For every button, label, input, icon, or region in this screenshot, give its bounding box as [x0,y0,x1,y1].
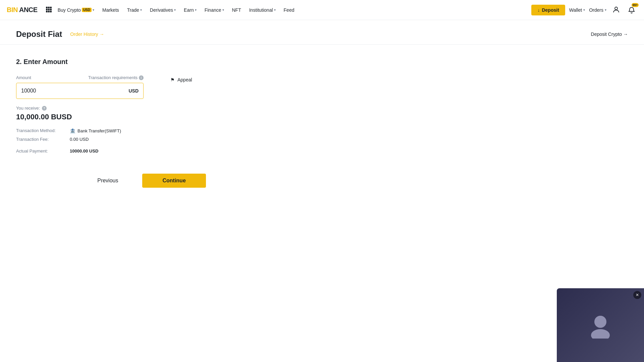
section-title: 2. Enter Amount [16,58,286,66]
svg-rect-4 [48,9,50,10]
chevron-down-icon: ▾ [195,8,197,12]
svg-point-9 [615,7,618,10]
receive-amount: 10,000.00 BUSD [16,113,144,121]
svg-rect-1 [48,7,50,8]
chevron-down-icon: ▾ [174,8,176,12]
svg-rect-2 [50,7,52,8]
actual-payment-row: Actual Payment: 10000.00 USD [16,148,144,154]
tx-details: Transaction Method: 🏦 Bank Transfer(SWIF… [16,128,144,154]
appeal-icon: ⚑ [170,77,175,82]
tx-requirements[interactable]: Transaction requirements i [88,75,144,80]
continue-button[interactable]: Continue [142,174,206,188]
page-title-row: Deposit Fiat Order History → [16,29,104,39]
nav-nft[interactable]: NFT [229,5,245,15]
page-title: Deposit Fiat [16,29,62,39]
chevron-down-icon: ▾ [140,8,142,12]
you-receive-row: You receive: ? [16,106,144,111]
actual-payment-label: Actual Payment: [16,148,70,154]
order-history-link[interactable]: Order History → [70,32,104,37]
swift-icon: 🏦 [70,128,75,133]
nav-markets[interactable]: Markets [99,5,122,15]
profile-button[interactable] [610,4,622,16]
chevron-down-icon: ▾ [274,8,276,12]
chevron-down-icon: ▾ [93,8,94,12]
navbar: BINANCE Buy Crypto USD ▾ Markets Trade ▾ [0,0,644,20]
tx-fee-label: Transaction Fee: [16,137,70,142]
notification-button[interactable]: 99+ [626,4,637,16]
nav-earn[interactable]: Earn ▾ [180,5,200,15]
nav-orders[interactable]: Orders ▾ [589,7,606,13]
receive-info-icon: ? [42,106,47,111]
chevron-down-icon: ▾ [605,8,606,12]
field-header: Amount Transaction requirements i [16,75,144,80]
amount-label: Amount [16,75,31,80]
svg-rect-3 [46,9,48,10]
nav-items: Buy Crypto USD ▾ Markets Trade ▾ Derivat… [54,5,532,15]
svg-rect-6 [46,11,48,12]
deposit-button[interactable]: ↓ Deposit [531,5,565,15]
nav-finance[interactable]: Finance ▾ [201,5,227,15]
nav-institutional[interactable]: Institutional ▾ [246,5,279,15]
svg-rect-7 [48,11,50,12]
amount-input-wrap[interactable]: USD [16,83,144,99]
nav-derivatives[interactable]: Derivatives ▾ [147,5,179,15]
chevron-down-icon: ▾ [222,8,224,12]
appeal-section: ⚑ Appeal [170,75,192,84]
form-area: Amount Transaction requirements i USD Yo… [16,75,286,154]
amount-input[interactable] [21,88,128,94]
tx-method-row: Transaction Method: 🏦 Bank Transfer(SWIF… [16,128,144,133]
actual-payment-value: 10000.00 USD [70,148,98,154]
button-row: Previous Continue [16,174,271,188]
nav-buy-crypto[interactable]: Buy Crypto USD ▾ [54,5,98,15]
svg-rect-0 [46,7,48,8]
logo[interactable]: BINANCE [7,6,38,14]
tx-method-value: 🏦 Bank Transfer(SWIFT) [70,128,121,133]
nav-feed[interactable]: Feed [280,5,298,15]
chevron-down-icon: ▾ [583,8,585,12]
deposit-icon: ↓ [537,7,540,13]
nav-trade[interactable]: Trade ▾ [124,5,145,15]
grid-icon[interactable] [46,6,52,13]
nav-right: ↓ Deposit Wallet ▾ Orders ▾ 99+ [531,4,637,16]
page-header: Deposit Fiat Order History → Deposit Cry… [0,20,644,45]
currency-label: USD [128,88,139,94]
tx-fee-row: Transaction Fee: 0.00 USD [16,137,144,142]
previous-button[interactable]: Previous [81,174,134,188]
tx-method-label: Transaction Method: [16,128,70,133]
svg-rect-8 [50,11,52,12]
you-receive-label: You receive: [16,106,40,111]
deposit-crypto-link[interactable]: Deposit Crypto → [591,32,628,37]
main-content: 2. Enter Amount Amount Transaction requi… [0,45,302,201]
form-left: Amount Transaction requirements i USD Yo… [16,75,144,154]
nav-wallet[interactable]: Wallet ▾ [569,7,585,13]
info-icon: i [139,75,144,80]
appeal-button[interactable]: ⚑ Appeal [170,75,192,84]
tx-fee-value: 0.00 USD [70,137,89,142]
svg-rect-5 [50,9,52,10]
